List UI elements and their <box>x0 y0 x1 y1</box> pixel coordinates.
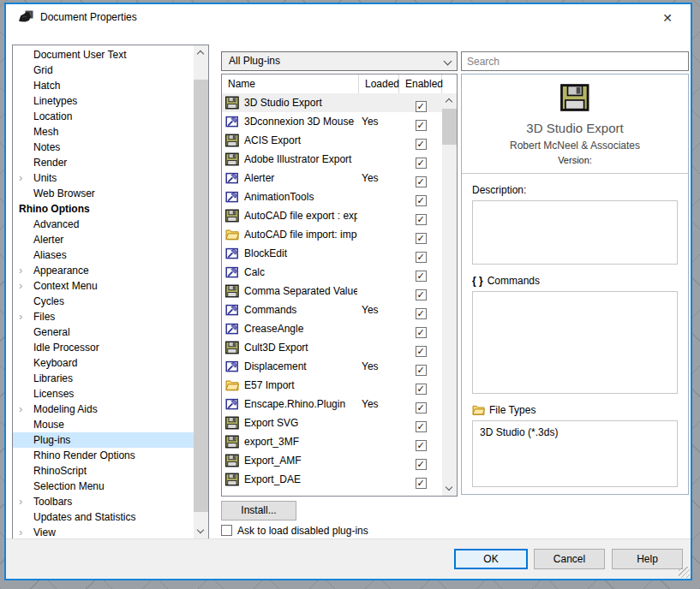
sidebar-item-modeling-aids[interactable]: ›Modeling Aids <box>13 402 194 417</box>
sidebar-item-mouse[interactable]: Mouse <box>13 417 194 432</box>
plugin-row-acis-export[interactable]: ACIS Export✓ <box>222 131 442 150</box>
sidebar-item-updates-and-statistics[interactable]: Updates and Statistics <box>13 509 194 525</box>
sidebar-item-alerter[interactable]: Alerter <box>13 232 194 247</box>
install-button[interactable]: Install... <box>221 501 296 521</box>
enabled-checkbox[interactable]: ✓ <box>416 384 427 395</box>
sidebar-item-toolbars[interactable]: ›Toolbars <box>13 494 194 509</box>
enabled-checkbox[interactable]: ✓ <box>416 478 427 489</box>
sidebar-item-units[interactable]: ›Units <box>13 170 194 186</box>
enabled-checkbox[interactable]: ✓ <box>416 195 427 206</box>
enabled-checkbox[interactable]: ✓ <box>416 421 427 432</box>
sidebar-item-aliases[interactable]: Aliases <box>13 247 194 263</box>
cancel-button[interactable]: Cancel <box>534 549 605 569</box>
tree-scrollbar-thumb[interactable] <box>194 80 208 512</box>
plugin-row-export-dae[interactable]: Export_DAE✓ <box>222 470 442 489</box>
help-button[interactable]: Help <box>612 549 683 569</box>
enabled-checkbox[interactable]: ✓ <box>416 289 427 300</box>
sidebar-item-plug-ins[interactable]: Plug-ins <box>13 432 194 448</box>
plugin-row-calc[interactable]: Calc✓ <box>222 263 442 282</box>
sidebar-item-appearance[interactable]: ›Appearance <box>13 263 194 278</box>
enabled-checkbox[interactable]: ✓ <box>416 459 427 470</box>
sidebar-item-context-menu[interactable]: ›Context Menu <box>13 278 194 294</box>
enabled-checkbox[interactable]: ✓ <box>416 402 427 413</box>
plugin-row-creaseangle[interactable]: CreaseAngle✓ <box>222 319 442 338</box>
plugin-row-blockedit[interactable]: BlockEdit✓ <box>222 244 442 263</box>
plugin-row-3dconnexion-3d-mouse[interactable]: 3Dconnexion 3D MouseYes✓ <box>222 112 442 131</box>
sidebar-item-grid[interactable]: Grid <box>13 62 194 78</box>
sidebar-item-view[interactable]: ›View <box>13 525 194 539</box>
sidebar-item-hatch[interactable]: Hatch <box>13 78 194 93</box>
sidebar-item-rhino-options[interactable]: Rhino Options <box>13 201 194 217</box>
sidebar-item-web-browser[interactable]: Web Browser <box>13 186 194 201</box>
sidebar-item-linetypes[interactable]: Linetypes <box>13 93 194 109</box>
search-input[interactable] <box>461 51 689 71</box>
enabled-checkbox[interactable]: ✓ <box>416 233 427 244</box>
sidebar-item-cycles[interactable]: Cycles <box>13 294 194 309</box>
enabled-checkbox[interactable]: ✓ <box>416 271 427 282</box>
sidebar-item-rhino-render-options[interactable]: Rhino Render Options <box>13 448 194 463</box>
sidebar-item-licenses[interactable]: Licenses <box>13 386 194 402</box>
column-header-enabled[interactable]: Enabled <box>399 74 442 93</box>
enabled-checkbox[interactable]: ✓ <box>416 327 427 338</box>
chevron-right-icon[interactable]: › <box>19 278 22 294</box>
chevron-right-icon[interactable]: › <box>19 263 22 278</box>
plugin-row-enscape-rhino-plugin[interactable]: Enscape.Rhino.PluginYes✓ <box>222 395 442 413</box>
ask-to-load-checkbox[interactable] <box>221 525 232 536</box>
scroll-up-icon[interactable] <box>194 45 208 60</box>
scroll-up-icon[interactable] <box>442 93 457 108</box>
chevron-right-icon[interactable]: › <box>19 170 22 186</box>
sidebar-item-notes[interactable]: Notes <box>13 140 194 155</box>
plugin-scrollbar-thumb[interactable] <box>442 109 457 145</box>
enabled-checkbox[interactable]: ✓ <box>416 101 427 112</box>
sidebar-item-idle-processor[interactable]: Idle Processor <box>13 340 194 355</box>
sidebar-item-advanced[interactable]: Advanced <box>13 217 194 232</box>
plugin-row-displacement[interactable]: DisplacementYes✓ <box>222 357 442 376</box>
plugin-filter-dropdown[interactable]: All Plug-ins <box>221 51 458 71</box>
plugin-row-e57-import[interactable]: E57 Import✓ <box>222 376 442 395</box>
chevron-right-icon[interactable]: › <box>19 402 22 417</box>
sidebar-item-selection-menu[interactable]: Selection Menu <box>13 479 194 494</box>
enabled-checkbox[interactable]: ✓ <box>416 365 427 376</box>
sidebar-item-general[interactable]: General <box>13 324 194 340</box>
chevron-right-icon[interactable]: › <box>19 494 22 509</box>
sidebar-item-libraries[interactable]: Libraries <box>13 371 194 386</box>
enabled-checkbox[interactable]: ✓ <box>416 139 427 150</box>
enabled-checkbox[interactable]: ✓ <box>416 214 427 225</box>
plugin-row-autocad-file-import-import-ac[interactable]: AutoCAD file import: import_AC✓ <box>222 225 442 244</box>
plugin-row-alerter[interactable]: AlerterYes✓ <box>222 169 442 187</box>
sidebar-item-rhinoscript[interactable]: RhinoScript <box>13 463 194 479</box>
close-button[interactable]: ✕ <box>656 9 679 27</box>
sidebar-item-render[interactable]: Render <box>13 155 194 170</box>
enabled-checkbox[interactable]: ✓ <box>416 120 427 131</box>
sidebar-item-mesh[interactable]: Mesh <box>13 124 194 140</box>
enabled-checkbox[interactable]: ✓ <box>416 440 427 451</box>
resize-grip-icon[interactable] <box>679 567 690 578</box>
plugin-row-cult3d-export[interactable]: Cult3D Export✓ <box>222 338 442 357</box>
sidebar-item-location[interactable]: Location <box>13 109 194 124</box>
plugin-row-export-amf[interactable]: Export_AMF✓ <box>222 451 442 470</box>
ok-button[interactable]: OK <box>454 549 528 569</box>
enabled-checkbox[interactable]: ✓ <box>416 346 427 357</box>
sidebar-item-document-user-text[interactable]: Document User Text <box>13 47 194 62</box>
tree-scrollbar[interactable] <box>194 45 208 538</box>
enabled-checkbox[interactable]: ✓ <box>416 176 427 187</box>
plugin-row-export-3mf[interactable]: export_3MF✓ <box>222 432 442 451</box>
column-header-loaded[interactable]: Loaded <box>359 74 399 93</box>
plugin-row-autocad-file-export-export-a[interactable]: AutoCAD file export : export_A✓ <box>222 206 442 225</box>
column-header-name[interactable]: Name <box>222 74 359 93</box>
plugin-row-export-svg[interactable]: Export SVG✓ <box>222 413 442 432</box>
enabled-checkbox[interactable]: ✓ <box>416 158 427 169</box>
plugin-row-adobe-illustrator-export[interactable]: Adobe Illustrator Export✓ <box>222 150 442 169</box>
scroll-down-icon[interactable] <box>442 481 457 496</box>
enabled-checkbox[interactable]: ✓ <box>416 252 427 263</box>
chevron-right-icon[interactable]: › <box>19 525 22 539</box>
sidebar-item-files[interactable]: ›Files <box>13 309 194 324</box>
plugin-list-scrollbar[interactable] <box>442 93 457 496</box>
plugin-row-animationtools[interactable]: AnimationTools✓ <box>222 187 442 206</box>
plugin-row-3d-studio-export[interactable]: 3D Studio Export✓ <box>222 93 442 112</box>
scroll-down-icon[interactable] <box>194 524 208 538</box>
chevron-right-icon[interactable]: › <box>19 309 22 324</box>
plugin-row-commands[interactable]: CommandsYes✓ <box>222 300 442 319</box>
sidebar-item-keyboard[interactable]: Keyboard <box>13 355 194 371</box>
plugin-row-comma-separated-value-expo[interactable]: Comma Separated Value Expo✓ <box>222 282 442 300</box>
